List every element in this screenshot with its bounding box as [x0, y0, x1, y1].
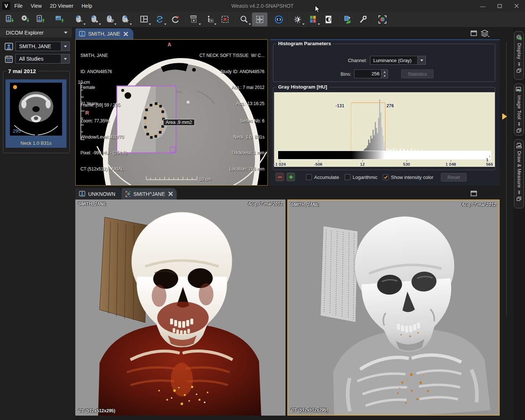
axis-tick: -1 024 [274, 162, 286, 166]
dicom-export-button[interactable] [33, 12, 48, 26]
dock-tab-draw-measure[interactable]: Draw & Measure [514, 139, 524, 208]
tab-smith-jane-3d[interactable]: SMITH^JANE [122, 188, 177, 200]
probe-icon [205, 15, 215, 24]
statistics-button[interactable]: Statistics [401, 69, 434, 78]
draw-measure-icon [516, 142, 522, 148]
window-level-icon [293, 15, 303, 24]
layout-icon [140, 15, 149, 24]
synch-button[interactable] [152, 12, 168, 26]
window-level-button[interactable] [290, 12, 306, 26]
roi-area-label[interactable]: Area ,9 mm2 [163, 119, 195, 126]
minimize-button[interactable]: — [474, 0, 491, 12]
volume-rendering-viewport-color[interactable]: SMITH, JANE Acq.: 7 mai 2012 CT (512x512… [75, 200, 285, 416]
series-thumbnail-selected[interactable]: 295 Neck 1.0 B31s [6, 79, 66, 148]
tab-label: SMITH, JANE [88, 31, 120, 37]
lut-button[interactable] [306, 12, 321, 26]
patient-select[interactable]: SMITH, JANE [15, 42, 70, 51]
studies-select[interactable]: All Studies [15, 54, 70, 64]
tab-label: SMITH^JANE [133, 191, 165, 197]
mpr-icon [343, 15, 353, 24]
dock-tab-display[interactable]: Display [514, 31, 524, 80]
overlay-line: Zoom: 77,35% [80, 118, 127, 124]
tab-close-icon[interactable] [123, 32, 128, 36]
overlay-line: Neck 1.0 B31s [230, 134, 265, 140]
zoom-out-histogram-button[interactable] [276, 173, 284, 181]
accumulate-checkbox[interactable]: Accumulate [306, 174, 339, 180]
dicom-explorer-header[interactable]: DICOM Explorer [0, 28, 72, 37]
zoom-button[interactable] [237, 12, 252, 26]
dicom-import-button[interactable] [2, 12, 18, 26]
panel-splitter[interactable] [506, 42, 507, 316]
intensity-color-checkbox[interactable]: Show intensity color [383, 174, 434, 180]
mouse-layers-icon [105, 15, 115, 24]
dicom-explorer-title: DICOM Explorer [6, 30, 44, 36]
spin-down-icon[interactable] [381, 73, 388, 78]
v3d-series-overlay: CT (512x512x295) [291, 408, 328, 413]
delete-measurements-button[interactable] [217, 12, 233, 26]
cd-import-button[interactable] [18, 12, 33, 26]
histogram-panel: Histogram Parameters Channel: Luminance … [270, 39, 500, 186]
dicom-explorer-panel: DICOM Explorer SMITH, JANE All Studies 7… [0, 28, 75, 420]
window-max-line[interactable] [385, 103, 385, 151]
close-button[interactable] [508, 0, 525, 12]
overlay-line: Pixel: -999 HU - (254,6) [80, 150, 127, 156]
invert-lut-button[interactable] [321, 12, 337, 26]
measure-selection-button[interactable] [187, 12, 202, 26]
mouse-layers-button[interactable] [102, 12, 118, 26]
reset-histogram-button[interactable]: Reset [441, 173, 467, 182]
maximize-view-icon[interactable] [471, 30, 477, 36]
pan-button[interactable] [252, 12, 267, 26]
pin-icon [517, 190, 521, 195]
menu-file[interactable]: File [10, 0, 27, 12]
volume-rendering-bone [288, 200, 499, 415]
window-min-line[interactable] [351, 103, 351, 151]
menu-help[interactable]: Help [78, 0, 96, 12]
maximize-button[interactable] [491, 0, 508, 12]
tab-unknown[interactable]: UNKNOWN [75, 188, 122, 200]
menu-view[interactable]: View [27, 0, 46, 12]
zoom-in-histogram-button[interactable] [287, 173, 295, 181]
probe-button[interactable] [202, 12, 217, 26]
checkbox-label: Accumulate [314, 175, 339, 180]
volume-rendering-viewport-bone[interactable]: SMITH, JANE Acq.: 7 mai 2012 CT (512x512… [287, 200, 500, 416]
tab-smith-jane[interactable]: SMITH, JANE [75, 28, 133, 39]
minus-icon [278, 175, 282, 179]
overlay-line: SMITH, JANE [80, 53, 112, 58]
chevron-down-icon [61, 42, 69, 51]
toolbar-separator [184, 14, 185, 25]
tools-button[interactable] [356, 12, 371, 26]
toolbar-separator [269, 14, 270, 25]
histogram-plot[interactable]: -131 276 -1 024 -506 12 530 1 048 1 566 [274, 92, 495, 167]
toolbar-separator [69, 14, 70, 25]
layers-menu-icon[interactable] [480, 29, 489, 37]
mouse-left-button[interactable] [71, 12, 87, 26]
bins-spinner[interactable]: 256 [354, 69, 388, 78]
dicom-export-icon [36, 15, 46, 24]
mouse-move-button[interactable] [118, 12, 133, 26]
v3d-patient-overlay: SMITH, JANE [78, 201, 106, 207]
study-overlay: CT NECK SOFT TISSUE W/ C... Study ID: AN… [199, 42, 265, 117]
axis-tick: 530 [403, 162, 410, 166]
chevron-down-icon [64, 32, 68, 34]
channel-select[interactable]: Luminance (Gray) [370, 56, 426, 65]
ct-axial-viewport[interactable]: SMITH, JANE ID: ANON48576 Female 71 Year… [75, 39, 268, 186]
float-window-icon [517, 68, 521, 73]
dock-tab-image-tool[interactable]: Image Tool [514, 83, 524, 136]
image-export-button[interactable] [52, 12, 68, 26]
logarithmic-checkbox[interactable]: Logarithmic [345, 174, 377, 180]
maximize-view-icon[interactable] [471, 191, 477, 196]
mouse-middle-button[interactable] [87, 12, 102, 26]
reset-button[interactable] [168, 12, 183, 26]
mpr-button[interactable] [340, 12, 356, 26]
overlay-line: Study ID: ANON48576 [199, 69, 265, 75]
collapse-panel-arrow[interactable] [502, 113, 507, 120]
volume-3d-button[interactable] [375, 12, 390, 26]
overlay-line: Frame: [59] 59 / 295 [80, 103, 127, 108]
channel-label: Channel: [325, 58, 367, 63]
right-dock-strip: Display Image Tool Draw & Measure [513, 28, 525, 420]
layout-button[interactable] [137, 12, 152, 26]
crosshair-button[interactable] [271, 12, 287, 26]
plus-icon [289, 175, 293, 179]
menu-2d-viewer[interactable]: 2D Viewer [46, 0, 78, 12]
tab-close-icon[interactable] [168, 191, 173, 196]
